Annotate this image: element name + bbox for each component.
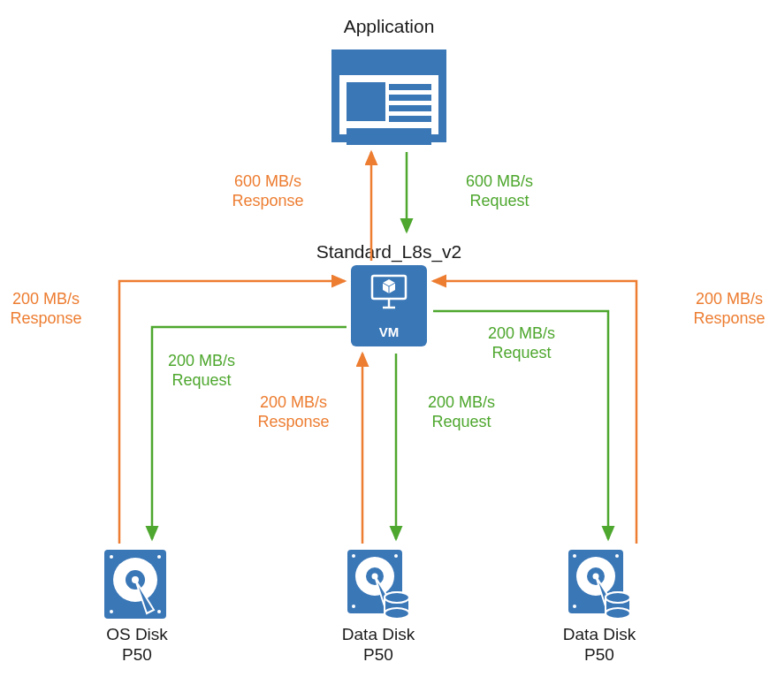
svg-point-24: [385, 608, 409, 619]
flow-d2-response: 200 MB/sResponse: [685, 290, 773, 328]
os-disk-label: OS DiskP50: [88, 625, 186, 666]
vm-label: VM: [351, 324, 427, 339]
os-disk-icon: [103, 548, 168, 620]
flow-os-request: 200 MB/sRequest: [157, 352, 246, 390]
flow-os-response: 200 MB/sResponse: [2, 290, 90, 328]
svg-point-13: [157, 610, 161, 613]
svg-point-11: [157, 555, 161, 559]
data-disk-2-label: Data DiskP50: [551, 625, 648, 666]
flow-app-response: 600 MB/sResponse: [219, 172, 316, 210]
svg-point-37: [606, 592, 630, 603]
svg-point-25: [385, 592, 409, 603]
flow-d1-request-lower: 200 MB/sRequest: [417, 393, 506, 431]
svg-point-19: [352, 554, 355, 558]
flow-d1-response: 200 MB/sResponse: [249, 393, 338, 431]
data-disk-1-icon: [346, 548, 411, 620]
svg-point-10: [110, 555, 113, 559]
svg-point-20: [394, 554, 398, 558]
vm-node: VM: [351, 265, 427, 346]
svg-point-33: [573, 605, 576, 608]
svg-point-36: [606, 608, 630, 619]
flow-d1-request-upper: 200 MB/sRequest: [477, 324, 566, 362]
svg-point-31: [573, 554, 576, 558]
svg-point-21: [352, 605, 355, 608]
svg-point-32: [615, 554, 619, 558]
flow-app-request: 600 MB/sRequest: [451, 172, 548, 210]
vm-title: Standard_L8s_v2: [301, 241, 477, 262]
data-disk-1-label: Data DiskP50: [330, 625, 427, 666]
monitor-cube-icon: [370, 274, 408, 311]
data-disk-2-icon: [567, 548, 632, 620]
application-icon: [331, 49, 446, 142]
svg-point-12: [110, 610, 113, 613]
application-title: Application: [301, 16, 477, 37]
